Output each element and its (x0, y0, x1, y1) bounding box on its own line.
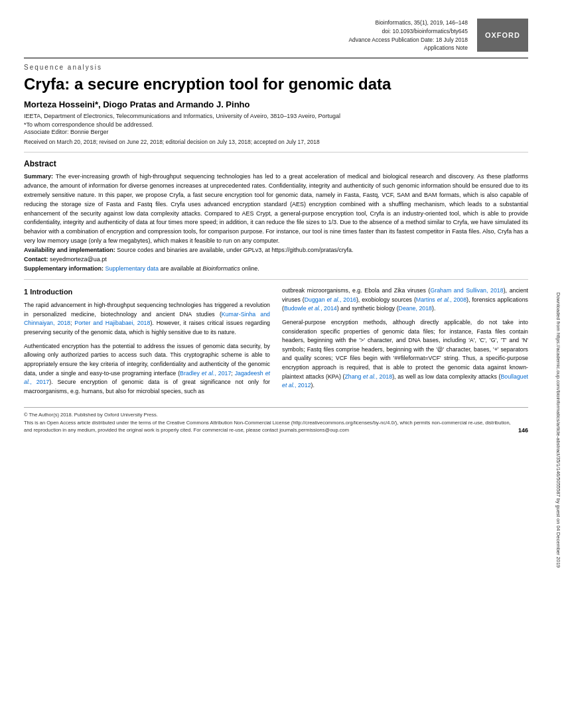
ref-budowle[interactable]: Budowle et al., 2014 (284, 305, 337, 312)
footer-text: © The Author(s) 2018. Published by Oxfor… (24, 411, 518, 434)
section-rule-2 (24, 279, 528, 280)
col-left: 1 Introduction The rapid advancement in … (24, 286, 270, 400)
correspondence-line2: Associate Editor: Bonnie Berger (24, 129, 528, 135)
ref-jagadeesh[interactable]: Jagadeesh et al., 2017 (24, 370, 270, 386)
intro-para-1: The rapid advancement in high-throughput… (24, 301, 270, 337)
availability-text: Source codes and binaries are available,… (115, 247, 354, 253)
two-column-section: 1 Introduction The rapid advancement in … (24, 286, 528, 400)
journal-line2: doi: 10.1093/bioinformatics/bty645 (24, 27, 468, 36)
footer-license: This is an Open Access article distribut… (24, 419, 518, 434)
ref-porter[interactable]: Porter and Hajibabaei, 2018 (74, 320, 150, 326)
availability-label: Availability and implementation: (24, 247, 115, 253)
supplementary-text: are available at (159, 265, 202, 272)
page-number: 146 (518, 427, 528, 434)
supplementary-label: Supplementary information: (24, 265, 104, 272)
abstract-text: Summary: The ever-increasing growth of h… (24, 172, 528, 274)
contact-label: Contact: (24, 256, 48, 263)
ref-zhang[interactable]: Zhang et al., 2018 (344, 373, 392, 380)
header-block: Bioinformatics, 35(1), 2019, 146–148 doi… (24, 19, 528, 52)
ref-graham[interactable]: Graham and Sullivan, 2018 (430, 287, 503, 294)
section-label: Sequence analysis (24, 64, 528, 71)
main-content: Bioinformatics, 35(1), 2019, 146–148 doi… (0, 0, 552, 447)
intro-para-2: Authenticated encryption has the potenti… (24, 342, 270, 396)
summary-text: The ever-increasing growth of high-throu… (24, 173, 528, 245)
abstract-heading: Abstract (24, 159, 528, 168)
contact-text: seyedmorteza@ua.pt (48, 256, 107, 263)
supplementary-journal: Bioinformatics (202, 265, 240, 272)
top-rule (24, 58, 528, 58)
affiliation: IEETA, Department of Electronics, Teleco… (24, 113, 528, 119)
correspondence-line1: *To whom correspondence should be addres… (24, 121, 528, 128)
ref-duggan[interactable]: Duggan et al., 2016 (305, 296, 356, 303)
footer-rule (24, 407, 528, 408)
intro-para-3: outbreak microorganisms, e.g. Ebola and … (282, 286, 528, 314)
ref-deane[interactable]: Deane, 2018 (399, 305, 432, 312)
col-right: outbreak microorganisms, e.g. Ebola and … (282, 286, 528, 400)
ref-boullaguet[interactable]: Boullaguet et al., 2012 (282, 373, 528, 389)
authors: Morteza Hosseini*, Diogo Pratas and Arma… (24, 99, 528, 109)
section-rule-1 (24, 152, 528, 152)
intro-heading: 1 Introduction (24, 286, 270, 298)
ref-martins[interactable]: Martins et al., 2008 (416, 296, 466, 303)
summary-label: Summary: (24, 173, 53, 180)
supplementary-link[interactable]: Supplementary data (106, 265, 159, 272)
journal-line1: Bioinformatics, 35(1), 2019, 146–148 (24, 19, 468, 27)
footer-copyright: © The Author(s) 2018. Published by Oxfor… (24, 411, 518, 418)
supplementary-end: online. (240, 265, 259, 272)
oxford-logo: OXFORD (477, 19, 528, 52)
intro-para-4: General-purpose encryption methods, alth… (282, 318, 528, 391)
ref-bradley[interactable]: Bradley et al., 2017 (180, 370, 231, 377)
journal-line3: Advance Access Publication Date: 18 July… (24, 36, 468, 44)
side-text: Downloaded from https://academic.oup.com… (552, 0, 564, 728)
received-line: Received on March 20, 2018; revised on J… (24, 139, 528, 145)
article-title: Cryfa: a secure encryption tool for geno… (24, 75, 528, 94)
journal-info: Bioinformatics, 35(1), 2019, 146–148 doi… (24, 19, 468, 52)
journal-line4: Applications Note (24, 44, 468, 52)
footer: © The Author(s) 2018. Published by Oxfor… (24, 411, 528, 434)
page: Downloaded from https://academic.oup.com… (0, 0, 564, 728)
